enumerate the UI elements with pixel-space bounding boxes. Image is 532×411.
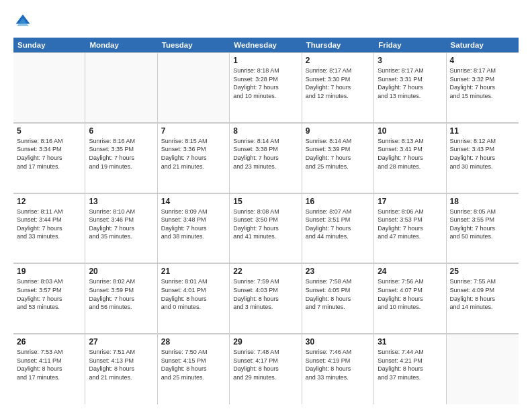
header-day: Sunday (13, 38, 85, 52)
calendar-cell: 16Sunrise: 8:07 AM Sunset: 3:51 PM Dayli… (302, 193, 374, 263)
day-number: 14 (161, 197, 226, 206)
day-number: 13 (89, 197, 153, 206)
cell-info: Sunrise: 8:12 AM Sunset: 3:43 PM Dayligh… (450, 137, 515, 171)
day-number: 23 (306, 267, 370, 276)
cell-info: Sunrise: 8:14 AM Sunset: 3:39 PM Dayligh… (306, 137, 370, 171)
day-number: 24 (378, 267, 442, 276)
calendar-cell: 18Sunrise: 8:05 AM Sunset: 3:55 PM Dayli… (447, 193, 519, 263)
cell-info: Sunrise: 7:50 AM Sunset: 4:15 PM Dayligh… (161, 348, 226, 381)
day-number: 20 (89, 267, 153, 276)
cell-info: Sunrise: 8:01 AM Sunset: 4:01 PM Dayligh… (161, 277, 226, 311)
calendar-cell: 23Sunrise: 7:58 AM Sunset: 4:05 PM Dayli… (302, 263, 374, 333)
cell-info: Sunrise: 8:14 AM Sunset: 3:38 PM Dayligh… (233, 137, 298, 171)
cell-info: Sunrise: 8:17 AM Sunset: 3:32 PM Dayligh… (450, 66, 515, 100)
cell-info: Sunrise: 8:16 AM Sunset: 3:35 PM Dayligh… (89, 137, 153, 171)
calendar-header: SundayMondayTuesdayWednesdayThursdayFrid… (13, 38, 519, 52)
day-number: 11 (450, 126, 515, 136)
header (13, 12, 519, 31)
header-day: Thursday (302, 38, 374, 52)
header-day: Tuesday (158, 38, 230, 52)
cell-info: Sunrise: 7:53 AM Sunset: 4:11 PM Dayligh… (17, 348, 81, 381)
day-number: 7 (161, 126, 226, 136)
calendar-cell: 25Sunrise: 7:55 AM Sunset: 4:09 PM Dayli… (447, 263, 519, 333)
cell-info: Sunrise: 7:44 AM Sunset: 4:21 PM Dayligh… (378, 348, 442, 381)
day-number: 25 (450, 267, 515, 276)
day-number: 6 (89, 126, 153, 136)
day-number: 21 (161, 267, 226, 276)
calendar-cell (447, 334, 519, 404)
day-number: 9 (306, 126, 370, 136)
calendar-week: 12Sunrise: 8:11 AM Sunset: 3:44 PM Dayli… (13, 193, 519, 264)
calendar-week: 1Sunrise: 8:18 AM Sunset: 3:28 PM Daylig… (13, 52, 519, 123)
day-number: 15 (233, 197, 298, 206)
day-number: 31 (378, 337, 442, 347)
cell-info: Sunrise: 8:07 AM Sunset: 3:51 PM Dayligh… (306, 208, 370, 241)
calendar-cell: 1Sunrise: 8:18 AM Sunset: 3:28 PM Daylig… (230, 52, 302, 122)
calendar-cell: 2Sunrise: 8:17 AM Sunset: 3:30 PM Daylig… (302, 52, 374, 122)
day-number: 8 (233, 126, 298, 136)
day-number: 28 (161, 337, 226, 347)
day-number: 16 (306, 197, 370, 206)
day-number: 29 (233, 337, 298, 347)
calendar-cell: 17Sunrise: 8:06 AM Sunset: 3:53 PM Dayli… (374, 193, 446, 263)
calendar-week: 26Sunrise: 7:53 AM Sunset: 4:11 PM Dayli… (13, 334, 519, 404)
day-number: 26 (17, 337, 81, 347)
cell-info: Sunrise: 7:56 AM Sunset: 4:07 PM Dayligh… (378, 277, 442, 311)
calendar-cell: 31Sunrise: 7:44 AM Sunset: 4:21 PM Dayli… (374, 334, 446, 404)
cell-info: Sunrise: 8:10 AM Sunset: 3:46 PM Dayligh… (89, 208, 153, 241)
calendar-cell: 5Sunrise: 8:16 AM Sunset: 3:34 PM Daylig… (13, 123, 85, 193)
cell-info: Sunrise: 8:02 AM Sunset: 3:59 PM Dayligh… (89, 277, 153, 311)
calendar-cell: 4Sunrise: 8:17 AM Sunset: 3:32 PM Daylig… (447, 52, 519, 122)
header-day: Monday (85, 38, 157, 52)
calendar-cell: 22Sunrise: 7:59 AM Sunset: 4:03 PM Dayli… (230, 263, 302, 333)
calendar-cell: 29Sunrise: 7:48 AM Sunset: 4:17 PM Dayli… (230, 334, 302, 404)
day-number: 18 (450, 197, 515, 206)
logo-icon (13, 12, 32, 31)
calendar-cell: 11Sunrise: 8:12 AM Sunset: 3:43 PM Dayli… (447, 123, 519, 193)
cell-info: Sunrise: 8:09 AM Sunset: 3:48 PM Dayligh… (161, 208, 226, 241)
header-day: Saturday (447, 38, 519, 52)
day-number: 3 (378, 56, 442, 65)
cell-info: Sunrise: 7:58 AM Sunset: 4:05 PM Dayligh… (306, 277, 370, 311)
cell-info: Sunrise: 8:17 AM Sunset: 3:30 PM Dayligh… (306, 66, 370, 100)
cell-info: Sunrise: 7:46 AM Sunset: 4:19 PM Dayligh… (306, 348, 370, 381)
calendar-cell: 20Sunrise: 8:02 AM Sunset: 3:59 PM Dayli… (85, 263, 157, 333)
calendar: SundayMondayTuesdayWednesdayThursdayFrid… (13, 38, 519, 404)
calendar-cell: 7Sunrise: 8:15 AM Sunset: 3:36 PM Daylig… (158, 123, 230, 193)
header-day: Friday (374, 38, 446, 52)
cell-info: Sunrise: 8:05 AM Sunset: 3:55 PM Dayligh… (450, 208, 515, 241)
cell-info: Sunrise: 7:48 AM Sunset: 4:17 PM Dayligh… (233, 348, 298, 381)
calendar-cell: 15Sunrise: 8:08 AM Sunset: 3:50 PM Dayli… (230, 193, 302, 263)
cell-info: Sunrise: 7:55 AM Sunset: 4:09 PM Dayligh… (450, 277, 515, 311)
cell-info: Sunrise: 8:08 AM Sunset: 3:50 PM Dayligh… (233, 208, 298, 241)
calendar-cell: 28Sunrise: 7:50 AM Sunset: 4:15 PM Dayli… (158, 334, 230, 404)
calendar-cell: 14Sunrise: 8:09 AM Sunset: 3:48 PM Dayli… (158, 193, 230, 263)
calendar-cell: 19Sunrise: 8:03 AM Sunset: 3:57 PM Dayli… (13, 263, 85, 333)
day-number: 19 (17, 267, 81, 276)
cell-info: Sunrise: 8:13 AM Sunset: 3:41 PM Dayligh… (378, 137, 442, 171)
calendar-cell: 24Sunrise: 7:56 AM Sunset: 4:07 PM Dayli… (374, 263, 446, 333)
cell-info: Sunrise: 7:59 AM Sunset: 4:03 PM Dayligh… (233, 277, 298, 311)
day-number: 30 (306, 337, 370, 347)
calendar-cell: 26Sunrise: 7:53 AM Sunset: 4:11 PM Dayli… (13, 334, 85, 404)
calendar-body: 1Sunrise: 8:18 AM Sunset: 3:28 PM Daylig… (13, 52, 519, 404)
day-number: 4 (450, 56, 515, 65)
cell-info: Sunrise: 8:16 AM Sunset: 3:34 PM Dayligh… (17, 137, 81, 171)
calendar-cell: 9Sunrise: 8:14 AM Sunset: 3:39 PM Daylig… (302, 123, 374, 193)
day-number: 27 (89, 337, 153, 347)
calendar-cell: 6Sunrise: 8:16 AM Sunset: 3:35 PM Daylig… (85, 123, 157, 193)
calendar-cell: 12Sunrise: 8:11 AM Sunset: 3:44 PM Dayli… (13, 193, 85, 263)
day-number: 1 (233, 56, 298, 65)
day-number: 17 (378, 197, 442, 206)
calendar-cell: 10Sunrise: 8:13 AM Sunset: 3:41 PM Dayli… (374, 123, 446, 193)
day-number: 5 (17, 126, 81, 136)
calendar-cell (158, 52, 230, 122)
day-number: 2 (306, 56, 370, 65)
cell-info: Sunrise: 7:51 AM Sunset: 4:13 PM Dayligh… (89, 348, 153, 381)
day-number: 12 (17, 197, 81, 206)
calendar-week: 19Sunrise: 8:03 AM Sunset: 3:57 PM Dayli… (13, 263, 519, 334)
cell-info: Sunrise: 8:17 AM Sunset: 3:31 PM Dayligh… (378, 66, 442, 100)
header-day: Wednesday (230, 38, 302, 52)
cell-info: Sunrise: 8:03 AM Sunset: 3:57 PM Dayligh… (17, 277, 81, 311)
calendar-cell: 30Sunrise: 7:46 AM Sunset: 4:19 PM Dayli… (302, 334, 374, 404)
